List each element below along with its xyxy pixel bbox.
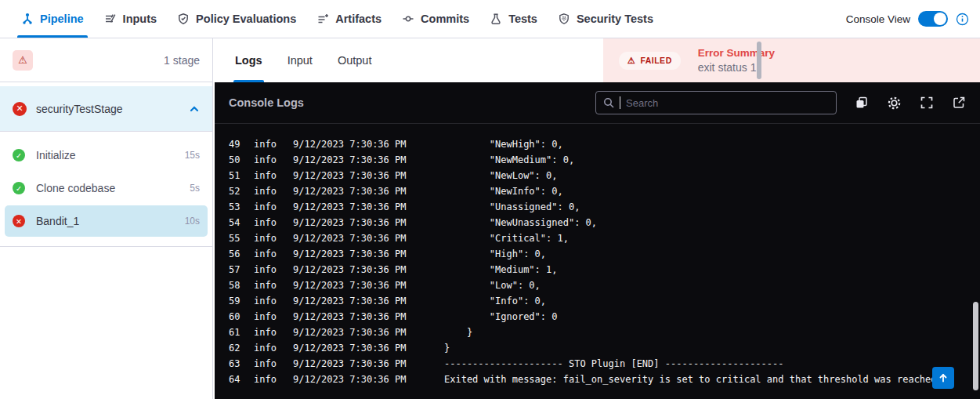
scroll-to-top-button[interactable] [932,367,954,389]
external-link-icon[interactable] [952,96,966,110]
tab-label: Output [338,54,372,67]
nav-item-label: Tests [508,13,537,25]
tab-output[interactable]: Output [325,38,385,82]
tab-logs[interactable]: Logs [222,38,275,82]
log-line: 51info9/12/2023 7:30:36 PM "NewLow": 0, [229,168,980,183]
console-logs-title: Console Logs [229,96,304,109]
fullscreen-icon[interactable] [920,96,934,110]
tab-artifacts[interactable]: Artifacts [306,0,392,38]
step-clone-codebase[interactable]: ✓ Clone codebase 5s [5,172,208,204]
step-list: ✓ Initialize 15s ✓ Clone codebase 5s ✕ B… [0,132,212,247]
step-duration: 5s [190,183,200,194]
nav-item-label: Policy Evaluations [196,13,296,25]
tab-security-tests[interactable]: Security Tests [548,0,664,38]
pipeline-execution-page: Pipeline Inputs Policy Evaluations Artif… [0,0,980,399]
console-view-label: Console View [846,13,910,25]
log-line: 60info9/12/2023 7:30:36 PM "Ignored": 0 [229,309,980,325]
console-toolbar [855,96,966,111]
log-line: 64info9/12/2023 7:30:36 PMExited with me… [229,372,980,387]
console-scrollbar-thumb[interactable] [973,302,978,390]
log-lines: 49info9/12/2023 7:30:36 PM "NewHigh": 0,… [215,124,980,387]
log-line: 62info9/12/2023 7:30:36 PM} [229,340,980,356]
error-summary-panel: ⚠ FAILED Error Summary exit status 1 [603,38,980,82]
log-line: 57info9/12/2023 7:30:36 PM "Medium": 1, [229,262,980,277]
step-duration: 15s [185,150,200,161]
step-bandit-1[interactable]: ✕ Bandit_1 10s [5,205,208,237]
console-view-toggle[interactable] [918,11,948,27]
failed-badge-label: FAILED [640,56,671,65]
log-line: 53info9/12/2023 7:30:36 PM "Unassigned":… [229,199,980,215]
step-name: Clone codebase [36,182,179,194]
stage-name: securityTestStage [36,103,179,115]
security-tests-icon [558,13,570,25]
text-cursor [620,96,620,109]
search-icon [603,97,614,108]
tab-policy-evaluations[interactable]: Policy Evaluations [167,0,306,38]
log-line: 59info9/12/2023 7:30:36 PM "Info": 0, [229,293,980,309]
warning-triangle-icon: ⚠ [627,56,635,66]
nav-right-controls: Console View [846,11,969,27]
error-summary-texts: Error Summary exit status 1 [698,47,775,74]
search-input[interactable] [626,97,829,109]
tab-inputs[interactable]: Inputs [94,0,168,38]
step-details-panel: Logs Input Output ⚠ FAILED Error Summary… [213,38,980,399]
step-detail-tabs: Logs Input Output ⚠ FAILED Error Summary… [213,38,980,82]
tab-label: Logs [235,54,262,67]
error-summary-title: Error Summary [698,47,775,59]
log-line: 61info9/12/2023 7:30:36 PM } [229,325,980,340]
tab-input[interactable]: Input [275,38,325,82]
pipeline-icon [21,13,34,25]
info-icon[interactable] [956,13,969,26]
console-logs-panel: Console Logs [215,82,980,399]
settings-icon[interactable] [887,96,902,111]
nav-item-label: Pipeline [40,13,84,25]
commits-icon [402,13,414,25]
failed-badge: ⚠ FAILED [619,52,681,70]
stage-header-securityTestStage[interactable]: ✕ securityTestStage [0,86,212,132]
nav-item-label: Artifacts [335,13,382,25]
stage-count: 1 stage [164,54,200,67]
failed-status-icon: ✕ [13,215,25,227]
console-logs-header: Console Logs [215,82,980,124]
log-line: 55info9/12/2023 7:30:36 PM "Critical": 1… [229,230,980,246]
inputs-icon [104,13,117,25]
nav-item-label: Security Tests [577,13,653,25]
tab-commits[interactable]: Commits [392,0,479,38]
nav-item-label: Commits [421,13,469,25]
stage-failed-warning-icon: ⚠ [13,50,33,71]
log-line: 54info9/12/2023 7:30:36 PM "NewUnassigne… [229,215,980,230]
log-line: 50info9/12/2023 7:30:36 PM "NewMedium": … [229,152,980,168]
log-line: 58info9/12/2023 7:30:36 PM "Low": 0, [229,277,980,293]
step-name: Initialize [36,149,174,161]
tab-pipeline[interactable]: Pipeline [11,0,94,38]
tab-label: Input [287,54,313,67]
stage-summary-row: ⚠ 1 stage [0,38,212,82]
log-line: 56info9/12/2023 7:30:36 PM "High": 0, [229,246,980,262]
tests-icon [490,13,502,25]
step-name: Bandit_1 [36,215,174,227]
top-nav: Pipeline Inputs Policy Evaluations Artif… [0,0,980,38]
tab-tests[interactable]: Tests [479,0,548,38]
failed-status-icon: ✕ [13,102,27,116]
log-line: 49info9/12/2023 7:30:36 PM "NewHigh": 0, [229,136,980,152]
chevron-up-icon[interactable] [189,103,200,114]
success-status-icon: ✓ [13,182,25,194]
success-status-icon: ✓ [13,149,25,161]
log-line: 52info9/12/2023 7:30:36 PM "NewInfo": 0, [229,183,980,199]
step-initialize[interactable]: ✓ Initialize 15s [5,140,208,171]
step-duration: 10s [185,216,200,227]
log-line: 63info9/12/2023 7:30:36 PM--------------… [229,356,980,372]
nav-tabs: Pipeline Inputs Policy Evaluations Artif… [11,0,664,38]
artifacts-icon [316,13,329,25]
error-summary-message: exit status 1 [698,61,775,74]
log-search-box[interactable] [595,91,837,114]
execution-sidebar: ⚠ 1 stage ✕ securityTestStage ✓ Initiali… [0,38,213,399]
policy-evaluations-icon [177,13,190,25]
copy-icon[interactable] [855,96,869,110]
error-panel-scrollbar[interactable] [757,42,761,79]
toggle-knob [934,13,946,25]
nav-item-label: Inputs [123,13,157,25]
